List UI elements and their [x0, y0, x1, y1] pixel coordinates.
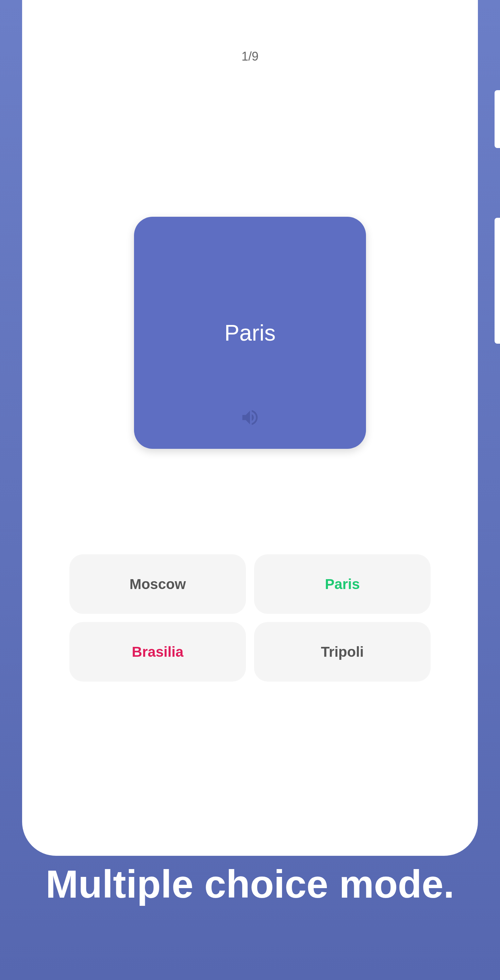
phone-side-button-bottom: [495, 218, 500, 344]
speaker-icon[interactable]: [240, 407, 260, 428]
phone-side-button-top: [495, 90, 500, 148]
question-text: Paris: [224, 320, 276, 346]
answer-option-3[interactable]: Tripoli: [254, 622, 431, 682]
caption-text: Multiple choice mode.: [0, 856, 500, 980]
progress-counter: 1/9: [241, 49, 259, 64]
answer-option-1[interactable]: Paris: [254, 554, 431, 614]
phone-frame: 1/9 Paris Moscow Paris Brasilia Tripoli: [22, 0, 478, 856]
answer-option-2[interactable]: Brasilia: [69, 622, 246, 682]
answers-grid: Moscow Paris Brasilia Tripoli: [69, 554, 431, 682]
question-card[interactable]: Paris: [134, 217, 366, 449]
answer-option-0[interactable]: Moscow: [69, 554, 246, 614]
